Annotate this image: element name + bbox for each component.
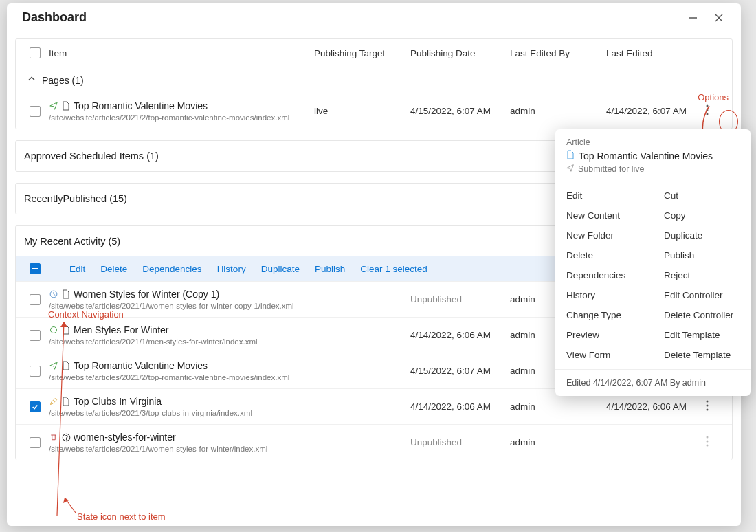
ctx-delete[interactable]: Delete <box>100 264 127 274</box>
section-title: Approved Scheduled Items (1) <box>24 151 159 162</box>
ctx-publish[interactable]: Publish <box>315 264 345 274</box>
group-pages[interactable]: Pages (1) <box>16 67 732 93</box>
popover-action[interactable]: Cut <box>653 186 751 206</box>
popover-action[interactable]: Edit Controller <box>653 285 751 305</box>
send-icon <box>49 101 58 111</box>
svg-point-5 <box>707 113 709 115</box>
popover-action[interactable]: New Folder <box>555 225 653 245</box>
svg-point-19 <box>707 409 709 411</box>
ctx-dup[interactable]: Duplicate <box>261 264 300 274</box>
popover-status-label: Submitted for live <box>578 164 645 174</box>
svg-point-23 <box>707 441 709 443</box>
svg-point-22 <box>707 436 709 439</box>
item-path: /site/website/articles/2021/1/women-styl… <box>49 302 314 310</box>
cell-editor: admin <box>510 401 606 412</box>
item-path: /site/website/articles/2021/2/top-romant… <box>49 113 314 122</box>
cell-pub: Unpublished <box>410 294 510 304</box>
row-checkbox[interactable] <box>30 366 41 377</box>
item-title[interactable]: Women Styles for Winter (Copy 1) <box>74 289 219 300</box>
cell-editor: admin <box>510 437 606 447</box>
item-path: /site/website/articles/2021/2/top-romant… <box>49 373 314 381</box>
question-icon <box>61 432 71 442</box>
section-title: My Recent Activity (5) <box>24 236 120 247</box>
popover-action[interactable]: Copy <box>653 206 751 225</box>
table-header-row: Item Publishing Target Publishing Date L… <box>16 39 732 67</box>
popover-action[interactable]: Delete Template <box>653 345 751 365</box>
cell-pub: 4/14/2022, 6:06 AM <box>410 330 510 340</box>
cell-edited: 4/14/2022, 6:06 AM <box>606 401 706 412</box>
popover-title: Top Romantic Valentine Movies <box>579 151 713 162</box>
col-editor: Last Edited By <box>510 48 606 58</box>
item-path: /site/website/articles/2021/1/women-styl… <box>49 445 314 453</box>
page-icon <box>61 101 71 111</box>
minimize-button[interactable] <box>686 11 700 25</box>
svg-point-17 <box>707 401 709 403</box>
more-options-button[interactable] <box>706 400 709 411</box>
page-icon <box>61 289 71 299</box>
pencil-icon <box>49 397 58 406</box>
modal-title: Dashboard <box>22 10 686 25</box>
more-options-button[interactable] <box>706 436 709 447</box>
ctx-clear[interactable]: Clear 1 selected <box>360 264 427 274</box>
item-title[interactable]: Top Romantic Valentine Movies <box>74 100 208 111</box>
cell-target: live <box>314 106 410 116</box>
ctx-deps[interactable]: Dependencies <box>142 264 201 274</box>
popover-type: Article <box>566 137 740 147</box>
popover-action[interactable]: Dependencies <box>555 265 653 285</box>
section-title: RecentlyPublished (15) <box>24 193 127 204</box>
send-icon <box>49 361 58 370</box>
svg-point-24 <box>707 445 709 447</box>
popover-action[interactable]: Edit Template <box>653 325 751 345</box>
chevron-up-icon[interactable] <box>27 74 36 86</box>
page-icon <box>61 397 71 406</box>
item-title[interactable]: Top Clubs In Virginia <box>74 396 162 407</box>
item-title[interactable]: Men Styles For Winter <box>74 324 168 335</box>
row-checkbox[interactable] <box>30 330 41 341</box>
cell-pub: 4/14/2022, 6:06 AM <box>410 401 510 412</box>
item-title[interactable]: women-styles-for-winter <box>74 432 176 443</box>
page-icon <box>61 325 71 335</box>
more-options-button[interactable] <box>706 104 709 115</box>
green-icon <box>49 325 58 335</box>
row-checkbox[interactable] <box>30 294 41 305</box>
svg-point-10 <box>51 327 57 333</box>
cell-editor: admin <box>510 106 606 116</box>
close-button[interactable] <box>712 11 726 25</box>
group-label: Pages (1) <box>42 75 84 86</box>
ctx-history[interactable]: History <box>217 264 246 274</box>
window-controls <box>686 11 726 25</box>
popover-action[interactable]: History <box>555 285 653 305</box>
popover-action[interactable]: Edit <box>555 186 653 206</box>
popover-action[interactable]: Duplicate <box>653 225 751 245</box>
svg-point-21 <box>65 439 66 440</box>
table-row: women-styles-for-winter/site/website/art… <box>16 424 732 460</box>
cell-date: 4/15/2022, 6:07 AM <box>410 106 510 116</box>
popover-action[interactable]: Reject <box>653 265 751 285</box>
popover-action[interactable]: Change Type <box>555 305 653 325</box>
cell-pub: 4/15/2022, 6:07 AM <box>410 366 510 376</box>
item-path: /site/website/articles/2021/3/top-clubs-… <box>49 409 314 417</box>
item-path: /site/website/articles/2021/1/men-styles… <box>49 337 314 346</box>
context-checkbox[interactable] <box>30 263 41 274</box>
svg-point-3 <box>707 105 709 107</box>
popover-footer: Edited 4/14/2022, 6:07 AM By admin <box>555 369 751 396</box>
col-target: Publishing Target <box>314 48 410 58</box>
row-checkbox[interactable] <box>30 401 41 412</box>
item-title[interactable]: Top Romantic Valentine Movies <box>74 360 208 371</box>
popover-action[interactable]: Delete <box>555 245 653 265</box>
page-icon <box>61 361 71 370</box>
table-row: Top Romantic Valentine Movies /site/webs… <box>16 93 732 129</box>
options-popover: Article Top Romantic Valentine Movies Su… <box>555 129 751 396</box>
popover-action[interactable]: Delete Controller <box>653 305 751 325</box>
select-all-checkbox[interactable] <box>30 47 41 58</box>
popover-action[interactable]: View Form <box>555 345 653 365</box>
ctx-edit[interactable]: Edit <box>69 264 85 274</box>
svg-point-18 <box>707 405 709 407</box>
popover-action[interactable]: Preview <box>555 325 653 345</box>
cell-pub: Unpublished <box>410 437 510 447</box>
row-checkbox[interactable] <box>30 106 41 117</box>
popover-action[interactable]: New Content <box>555 206 653 225</box>
popover-action[interactable]: Publish <box>653 245 751 265</box>
row-checkbox[interactable] <box>30 437 41 448</box>
col-edited: Last Edited <box>606 48 706 58</box>
